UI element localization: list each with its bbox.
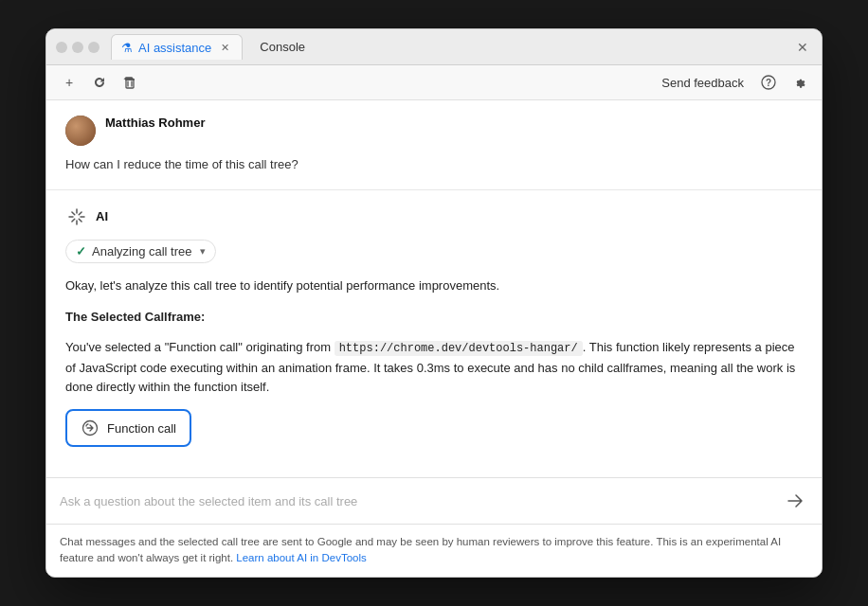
function-call-card[interactable]: Function call [65, 409, 191, 447]
window-controls [56, 42, 99, 53]
user-message-section: Matthias Rohmer How can I reduce the tim… [46, 100, 822, 190]
ai-response-section: AI ✓ Analyzing call tree ▾ Okay, let's a… [46, 190, 822, 477]
body-text-1: You've selected a "Function call" origin… [65, 340, 335, 354]
content-area: Matthias Rohmer How can I reduce the tim… [46, 100, 822, 576]
title-bar: ⚗ AI assistance ✕ Console ✕ [46, 29, 822, 65]
user-question: How can I reduce the time of this call t… [65, 155, 803, 174]
console-tab-label: Console [260, 40, 305, 54]
ai-assistance-tab-label: AI assistance [138, 41, 211, 55]
toolbar-right: Send feedback ? [656, 71, 810, 94]
ai-header: AI [65, 205, 803, 228]
help-button[interactable]: ? [757, 71, 780, 94]
function-call-icon [81, 419, 99, 437]
avatar [65, 116, 96, 146]
traffic-light-2 [72, 42, 83, 53]
settings-button[interactable] [787, 71, 810, 94]
ai-body-text: The Selected Callframe: [65, 308, 803, 328]
devtools-window: ⚗ AI assistance ✕ Console ✕ + Send feedb… [45, 28, 823, 577]
check-icon: ✓ [76, 244, 86, 258]
tab-ai-assistance[interactable]: ⚗ AI assistance ✕ [111, 34, 243, 60]
toolbar: + Send feedback ? [46, 65, 822, 100]
ai-assistance-tab-icon: ⚗ [121, 41, 133, 55]
history-button[interactable] [88, 71, 111, 94]
learn-more-link[interactable]: Learn about AI in DevTools [236, 552, 366, 563]
analyzing-badge[interactable]: ✓ Analyzing call tree ▾ [65, 240, 216, 263]
traffic-light-1 [56, 42, 67, 53]
traffic-light-3 [88, 42, 99, 53]
selected-callframe-heading: The Selected Callframe: [65, 310, 205, 324]
send-button[interactable] [782, 488, 808, 514]
add-button[interactable]: + [58, 71, 81, 94]
chevron-down-icon: ▾ [200, 245, 206, 258]
window-close-button[interactable]: ✕ [793, 38, 812, 57]
tab-console[interactable]: Console [250, 35, 315, 59]
input-area [46, 478, 822, 525]
avatar-image [65, 116, 96, 146]
disclaimer: Chat messages and the selected call tree… [46, 525, 822, 577]
function-call-label: Function call [107, 421, 176, 436]
ai-assistance-tab-close[interactable]: ✕ [217, 40, 232, 55]
user-info: Matthias Rohmer [105, 116, 205, 130]
ai-sparkle-icon [65, 205, 88, 228]
svg-text:?: ? [766, 78, 771, 88]
ai-detail-text: You've selected a "Function call" origin… [65, 338, 803, 398]
send-feedback-button[interactable]: Send feedback [656, 73, 750, 93]
delete-button[interactable] [118, 71, 141, 94]
question-input[interactable] [60, 494, 774, 508]
ai-label: AI [96, 209, 108, 223]
disclaimer-text: Chat messages and the selected call tree… [60, 536, 781, 563]
user-name: Matthias Rohmer [105, 116, 205, 130]
user-message: Matthias Rohmer [65, 116, 803, 146]
ai-intro-text: Okay, let's analyze this call tree to id… [65, 276, 803, 296]
analyzing-label: Analyzing call tree [92, 244, 192, 258]
footer-section: Chat messages and the selected call tree… [46, 477, 822, 577]
url-code: https://chrome.dev/devtools-hangar/ [335, 341, 583, 356]
